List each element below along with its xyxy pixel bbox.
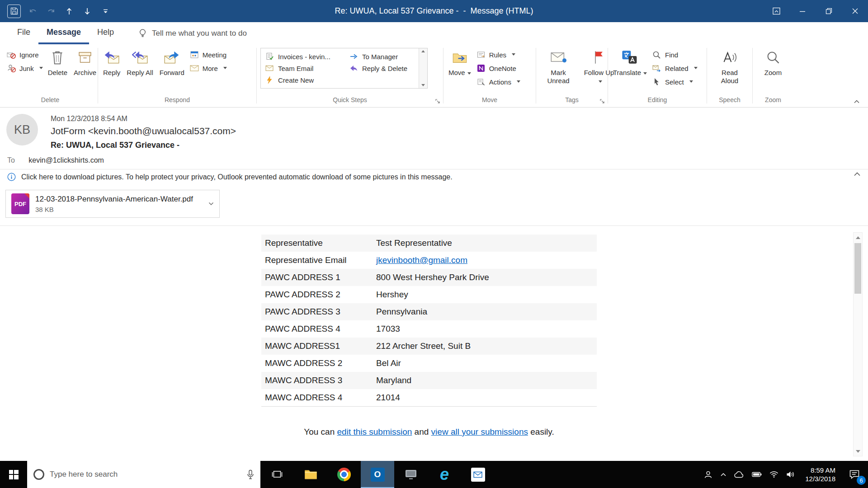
restore-button[interactable] <box>816 0 842 22</box>
onenote-button[interactable]: OneNote <box>474 61 529 75</box>
field-value: Test Representative <box>376 238 597 248</box>
reply-button[interactable]: Reply <box>100 48 123 78</box>
taskbar-clock[interactable]: 8:59 AM 12/3/2018 <box>800 461 841 488</box>
meeting-icon <box>189 50 199 59</box>
download-pictures-infobar[interactable]: Click here to download pictures. To help… <box>0 169 868 184</box>
mail-app-button[interactable] <box>461 461 495 488</box>
scroll-up-icon[interactable] <box>854 233 862 242</box>
related-button[interactable]: Related <box>650 61 701 75</box>
gallery-scroll-up-icon[interactable] <box>421 50 425 52</box>
gallery-scroll-down-icon[interactable] <box>421 84 425 86</box>
ignore-button[interactable]: Ignore <box>5 48 45 61</box>
quick-steps-gallery-scrollbar[interactable] <box>419 48 427 88</box>
undo-icon[interactable] <box>27 5 39 17</box>
quick-step-reply-delete[interactable]: Reply & Delete <box>345 62 419 74</box>
battery-icon[interactable] <box>752 472 762 477</box>
internet-explorer-button[interactable]: e <box>428 461 461 488</box>
archive-button[interactable]: Archive <box>71 48 99 78</box>
dropdown-caret-icon <box>223 67 227 69</box>
field-value: Pennsylvania <box>376 307 597 317</box>
chrome-button[interactable] <box>327 461 361 488</box>
reply-all-button[interactable]: Reply All <box>123 48 156 78</box>
vertical-scrollbar[interactable] <box>853 232 863 456</box>
zoom-button[interactable]: Zoom <box>761 48 785 78</box>
scrollbar-thumb[interactable] <box>854 243 861 294</box>
collapse-header-icon[interactable] <box>854 172 861 176</box>
move-folder-icon <box>452 49 467 66</box>
tab-message[interactable]: Message <box>38 22 89 44</box>
tab-file[interactable]: File <box>9 22 38 44</box>
delete-button[interactable]: Delete <box>45 48 71 78</box>
attachment-menu-caret-icon[interactable] <box>208 202 214 206</box>
quick-step-to-manager[interactable]: To Manager <box>345 51 419 62</box>
window-controls <box>763 0 868 22</box>
rules-label: Rules <box>489 51 506 59</box>
file-explorer-button[interactable] <box>294 461 327 488</box>
field-value: 800 West Hershey Park Drive <box>376 272 597 282</box>
search-input[interactable] <box>50 470 241 479</box>
meeting-button[interactable]: Meeting <box>188 48 240 61</box>
redo-icon[interactable] <box>45 5 57 17</box>
outlook-button[interactable]: O <box>361 461 394 488</box>
volume-icon[interactable] <box>786 471 795 478</box>
quick-step-create-new[interactable]: Create New <box>261 74 345 86</box>
dropdown-caret-icon <box>694 67 698 69</box>
scrollbar-track[interactable] <box>854 242 862 446</box>
collapse-ribbon-icon[interactable] <box>854 99 860 103</box>
view-submissions-link[interactable]: view all your submissions <box>431 427 528 436</box>
read-aloud-button[interactable]: Read Aloud <box>709 48 750 86</box>
start-button[interactable] <box>0 461 27 488</box>
submission-footer: You can edit this submission and view al… <box>261 427 597 437</box>
save-icon[interactable] <box>7 5 21 18</box>
taskbar-search[interactable] <box>27 461 260 488</box>
network-icon[interactable] <box>769 471 778 478</box>
hidden-icons-chevron-icon[interactable] <box>720 473 726 477</box>
task-view-button[interactable] <box>260 461 294 488</box>
dialog-launcher-icon[interactable] <box>435 99 441 104</box>
dialog-launcher-icon[interactable] <box>599 99 605 104</box>
onedrive-cloud-icon[interactable] <box>734 471 744 478</box>
to-row: To kevin@1clickshirts.com <box>0 155 868 169</box>
quick-step-team-email[interactable]: Team Email <box>261 62 345 74</box>
attachment-card[interactable]: PDF 12-03-2018-Pennsylvania-American-Wat… <box>5 190 220 218</box>
people-icon[interactable] <box>704 470 712 479</box>
microphone-icon[interactable] <box>247 469 254 479</box>
message-from[interactable]: JotForm <kevin.booth@uwualocal537.com> <box>51 126 868 136</box>
trash-icon <box>51 49 64 66</box>
select-button[interactable]: Select <box>650 75 701 89</box>
remote-app-button[interactable] <box>394 461 428 488</box>
tab-help[interactable]: Help <box>89 22 122 44</box>
mark-unread-button[interactable]: Mark Unread <box>538 48 579 86</box>
field-label: MAWC ADDRESS 4 <box>261 393 376 403</box>
next-item-icon[interactable] <box>81 5 93 17</box>
action-center-button[interactable]: 6 <box>841 461 868 488</box>
field-label: PAWC ADDRESS 1 <box>261 272 376 282</box>
edit-submission-link[interactable]: edit this submission <box>337 427 412 436</box>
more-respond-button[interactable]: More <box>188 61 240 75</box>
rules-button[interactable]: Rules <box>474 48 529 61</box>
quick-step-label: Reply & Delete <box>362 65 407 72</box>
move-button[interactable]: Move <box>445 48 474 78</box>
sender-avatar[interactable]: KB <box>6 114 38 145</box>
actions-button[interactable]: Actions <box>474 75 529 89</box>
reply-label: Reply <box>103 69 120 77</box>
dropdown-caret-icon <box>467 72 471 75</box>
ribbon-display-options-icon[interactable] <box>763 0 789 22</box>
minimize-button[interactable] <box>789 0 816 22</box>
scroll-down-icon[interactable] <box>854 446 862 456</box>
find-button[interactable]: Find <box>650 48 701 61</box>
previous-item-icon[interactable] <box>63 5 75 17</box>
junk-button[interactable]: Junk <box>5 61 45 75</box>
group-label-delete: Delete <box>3 95 98 107</box>
representative-email-link[interactable]: jkevinbooth@gmail.com <box>376 255 597 265</box>
forward-button[interactable]: Forward <box>156 48 188 78</box>
customize-quick-access-icon[interactable] <box>99 5 111 17</box>
to-recipient[interactable]: kevin@1clickshirts.com <box>28 156 104 164</box>
tell-me-box[interactable]: Tell me what you want to do <box>137 22 247 44</box>
delete-label: Delete <box>48 69 67 77</box>
close-button[interactable] <box>842 0 868 22</box>
related-label: Related <box>665 65 689 72</box>
translate-button[interactable]: Translate <box>610 48 650 78</box>
quick-step-label: Team Email <box>278 65 313 72</box>
quick-step-invoices[interactable]: Invoices - kevin... <box>261 51 345 62</box>
